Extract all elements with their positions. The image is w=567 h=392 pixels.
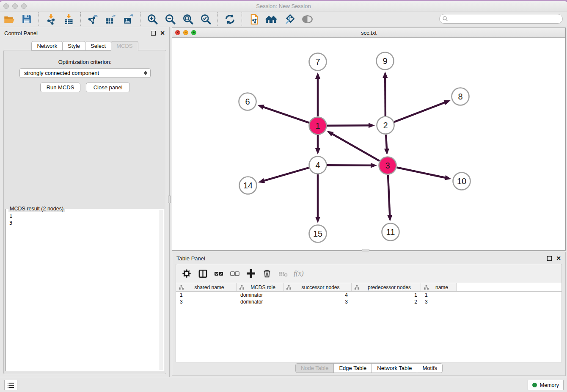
graph-edge-4-3[interactable] xyxy=(327,165,372,166)
table-cell[interactable]: 1 xyxy=(176,292,237,298)
zoom-in-icon[interactable] xyxy=(146,13,159,25)
toggle-graphics-details-icon[interactable] xyxy=(301,13,314,25)
table-cell[interactable]: 1 xyxy=(421,292,457,298)
task-history-button[interactable] xyxy=(4,380,17,390)
edge-arrowhead-icon xyxy=(327,131,334,136)
zoom-selected-icon[interactable] xyxy=(199,13,212,25)
table-row[interactable]: 3dominator323 xyxy=(176,298,561,305)
tab-style[interactable]: Style xyxy=(62,41,85,51)
graph-edge-2-8[interactable] xyxy=(394,102,446,122)
run-mcds-button[interactable]: Run MCDS xyxy=(40,83,80,92)
import-network-icon[interactable] xyxy=(44,13,57,25)
open-browser-icon[interactable] xyxy=(265,13,278,25)
save-session-icon[interactable] xyxy=(20,13,33,25)
column-header-predecessor-nodes[interactable]: predecessor nodes xyxy=(352,283,421,291)
graph-edge-1-6[interactable] xyxy=(262,107,309,123)
table-cell[interactable]: 1 xyxy=(352,292,421,298)
memory-button[interactable]: Memory xyxy=(528,380,564,390)
column-header-successor-nodes[interactable]: successor nodes xyxy=(284,283,352,291)
tab-mcds[interactable]: MCDS xyxy=(111,41,138,51)
column-header-name[interactable]: name xyxy=(421,283,457,291)
memory-status-icon xyxy=(532,383,537,387)
search-box[interactable] xyxy=(439,14,563,24)
close-panel-button[interactable]: Close panel xyxy=(86,83,130,92)
export-image-icon[interactable] xyxy=(122,13,135,25)
column-type-icon xyxy=(239,284,245,290)
table-cell[interactable]: 3 xyxy=(421,298,457,305)
tab-network[interactable]: Network xyxy=(31,41,63,51)
select-all-icon[interactable] xyxy=(213,268,224,279)
canvas-splitter-grip[interactable] xyxy=(362,249,369,251)
open-session-icon[interactable] xyxy=(3,13,15,25)
edge-arrowhead-icon xyxy=(369,123,375,128)
graph-node-2[interactable]: 2 xyxy=(377,117,394,134)
close-table-panel-icon[interactable]: ✕ xyxy=(556,255,561,261)
graph-node-6[interactable]: 6 xyxy=(239,93,256,110)
table-mode-gear-icon[interactable] xyxy=(181,268,192,279)
table-cell[interactable]: dominator xyxy=(237,298,284,305)
graph-node-15[interactable]: 15 xyxy=(309,225,327,243)
graph-node-11[interactable]: 11 xyxy=(382,224,399,241)
graph-edge-3-10[interactable] xyxy=(397,168,447,178)
column-header-label: name xyxy=(429,284,456,290)
export-network-icon[interactable] xyxy=(86,13,99,25)
float-panel-icon[interactable] xyxy=(151,31,156,36)
graph-node-label: 6 xyxy=(245,97,250,106)
zoom-out-icon[interactable] xyxy=(164,13,176,25)
column-header-MCDS-role[interactable]: MCDS role xyxy=(237,283,284,291)
tab-motifs[interactable]: Motifs xyxy=(417,363,443,373)
network-window-titlebar[interactable]: ✕ − + scc.txt xyxy=(172,28,565,38)
graph-edge-1-2[interactable] xyxy=(327,125,370,126)
graph-node-label: 1 xyxy=(315,121,320,130)
table-cell[interactable]: 3 xyxy=(176,298,237,305)
graph-node-10[interactable]: 10 xyxy=(453,173,471,190)
table-cell[interactable]: 4 xyxy=(284,292,352,298)
network-canvas[interactable]: 7968124314101511 xyxy=(172,38,565,250)
column-header-label: shared name xyxy=(184,284,236,290)
graph-node-14[interactable]: 14 xyxy=(239,177,257,194)
table-cell[interactable]: 2 xyxy=(352,298,421,305)
graph-node-9[interactable]: 9 xyxy=(377,52,394,70)
import-table-icon[interactable] xyxy=(62,13,75,25)
table-cell[interactable]: dominator xyxy=(237,292,284,298)
task-list-icon xyxy=(7,382,15,389)
tab-node-table[interactable]: Node Table xyxy=(295,363,334,373)
close-panel-icon[interactable]: ✕ xyxy=(160,30,165,36)
toggle-annotations-icon[interactable] xyxy=(283,13,296,25)
main-toolbar xyxy=(0,11,567,27)
graph-node-1[interactable]: 1 xyxy=(309,117,327,135)
network-window-title: scc.txt xyxy=(172,30,565,36)
column-header-shared-name[interactable]: shared name xyxy=(176,283,237,291)
table-row[interactable]: 1dominator411 xyxy=(176,292,561,298)
graph-node-label: 2 xyxy=(383,121,388,130)
graph-edge-3-1[interactable] xyxy=(331,133,380,161)
tab-edge-table[interactable]: Edge Table xyxy=(333,363,372,373)
mcds-result-scrollbar[interactable] xyxy=(160,210,163,370)
tab-network-table[interactable]: Network Table xyxy=(372,363,417,373)
delete-column-icon[interactable] xyxy=(261,268,272,279)
float-table-panel-icon[interactable] xyxy=(547,256,552,261)
graph-node-7[interactable]: 7 xyxy=(309,53,327,71)
create-column-icon[interactable] xyxy=(245,268,256,279)
clone-network-icon[interactable] xyxy=(248,13,260,25)
graph-node-8[interactable]: 8 xyxy=(452,88,469,105)
column-header-label: MCDS role xyxy=(245,284,283,290)
show-columns-icon[interactable] xyxy=(197,268,208,279)
export-table-icon[interactable] xyxy=(104,13,117,25)
mcds-result-text[interactable]: 13 xyxy=(7,211,159,370)
deselect-all-icon[interactable] xyxy=(229,268,240,279)
toolbar-separator xyxy=(140,12,140,26)
zoom-fit-icon[interactable] xyxy=(182,13,194,25)
graph-edge-4-14[interactable] xyxy=(263,168,309,181)
graph-node-4[interactable]: 4 xyxy=(309,157,327,174)
graph-edge-3-11[interactable] xyxy=(388,175,390,217)
graph-node-3[interactable]: 3 xyxy=(379,157,396,174)
table-cell[interactable]: 3 xyxy=(284,298,352,305)
panel-splitter-grip[interactable] xyxy=(168,196,171,203)
criterion-dropdown[interactable]: strongly connected component xyxy=(19,68,151,78)
graph-edge-2-9[interactable] xyxy=(385,76,385,116)
tab-select[interactable]: Select xyxy=(85,41,111,51)
apply-layout-icon[interactable] xyxy=(223,13,236,25)
graph-edge-2-3[interactable] xyxy=(386,135,387,150)
search-input[interactable] xyxy=(449,15,562,23)
